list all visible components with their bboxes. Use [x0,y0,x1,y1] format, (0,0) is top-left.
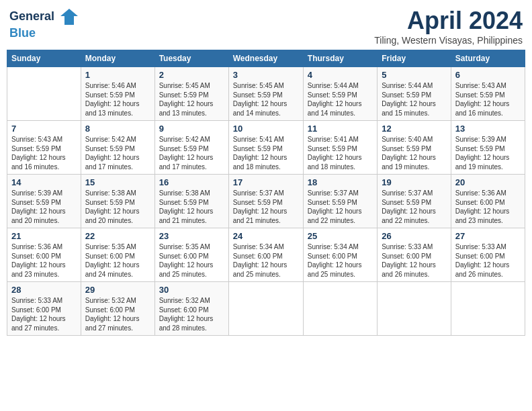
day-number: 27 [455,231,521,241]
calendar-table: SundayMondayTuesdayWednesdayThursdayFrid… [7,50,525,336]
calendar-cell: 22Sunrise: 5:35 AMSunset: 6:00 PMDayligh… [81,228,154,282]
day-number: 25 [308,231,373,241]
day-info: Sunrise: 5:34 AMSunset: 6:00 PMDaylight:… [233,242,299,279]
calendar-cell: 9Sunrise: 5:42 AMSunset: 5:59 PMDaylight… [154,121,228,175]
calendar-week-row: 7Sunrise: 5:43 AMSunset: 5:59 PMDaylight… [7,121,525,175]
logo-text: General Blue [9,7,79,40]
weekday-header: Wednesday [228,50,303,67]
day-info: Sunrise: 5:39 AMSunset: 5:59 PMDaylight:… [455,135,521,171]
day-number: 23 [159,231,224,241]
day-number: 14 [11,177,77,187]
day-number: 2 [159,70,224,80]
calendar-cell: 17Sunrise: 5:37 AMSunset: 5:59 PMDayligh… [228,175,303,228]
day-number: 19 [382,177,447,187]
calendar-week-row: 21Sunrise: 5:36 AMSunset: 6:00 PMDayligh… [7,228,525,282]
day-info: Sunrise: 5:43 AMSunset: 5:59 PMDaylight:… [455,81,521,118]
day-info: Sunrise: 5:42 AMSunset: 5:59 PMDaylight:… [159,135,224,171]
calendar-cell: 28Sunrise: 5:33 AMSunset: 6:00 PMDayligh… [7,282,81,336]
day-info: Sunrise: 5:37 AMSunset: 5:59 PMDaylight:… [382,189,447,225]
day-number: 24 [233,231,299,241]
calendar-header-row: SundayMondayTuesdayWednesdayThursdayFrid… [7,50,525,67]
day-info: Sunrise: 5:37 AMSunset: 5:59 PMDaylight:… [233,189,299,225]
weekday-header: Tuesday [154,50,228,67]
day-number: 4 [308,70,373,80]
calendar-cell: 7Sunrise: 5:43 AMSunset: 5:59 PMDaylight… [7,121,81,175]
weekday-header: Thursday [303,50,377,67]
weekday-header: Friday [378,50,451,67]
calendar-cell: 26Sunrise: 5:33 AMSunset: 6:00 PMDayligh… [378,228,451,282]
day-info: Sunrise: 5:42 AMSunset: 5:59 PMDaylight:… [85,135,150,171]
day-number: 20 [455,177,521,187]
day-number: 22 [85,231,150,241]
day-info: Sunrise: 5:43 AMSunset: 5:59 PMDaylight:… [11,135,77,171]
day-number: 7 [11,124,77,134]
day-number: 10 [233,124,299,134]
day-info: Sunrise: 5:33 AMSunset: 6:00 PMDaylight:… [455,242,521,279]
day-info: Sunrise: 5:35 AMSunset: 6:00 PMDaylight:… [85,242,150,279]
logo: General Blue [9,7,79,40]
svg-marker-0 [60,9,78,25]
day-number: 29 [85,285,150,295]
day-info: Sunrise: 5:35 AMSunset: 6:00 PMDaylight:… [159,242,224,279]
calendar-cell: 23Sunrise: 5:35 AMSunset: 6:00 PMDayligh… [154,228,228,282]
calendar-cell: 16Sunrise: 5:38 AMSunset: 5:59 PMDayligh… [154,175,228,228]
day-number: 13 [455,124,521,134]
month-title: April 2024 [374,7,523,35]
day-number: 1 [85,70,150,80]
calendar-cell: 6Sunrise: 5:43 AMSunset: 5:59 PMDaylight… [451,67,525,121]
day-info: Sunrise: 5:38 AMSunset: 5:59 PMDaylight:… [85,189,150,225]
calendar-cell: 27Sunrise: 5:33 AMSunset: 6:00 PMDayligh… [451,228,525,282]
day-number: 8 [85,124,150,134]
day-info: Sunrise: 5:33 AMSunset: 6:00 PMDaylight:… [11,296,77,332]
day-number: 17 [233,177,299,187]
calendar-cell: 30Sunrise: 5:32 AMSunset: 6:00 PMDayligh… [154,282,228,336]
calendar-week-row: 28Sunrise: 5:33 AMSunset: 6:00 PMDayligh… [7,282,525,336]
calendar-cell: 18Sunrise: 5:37 AMSunset: 5:59 PMDayligh… [303,175,377,228]
day-info: Sunrise: 5:37 AMSunset: 5:59 PMDaylight:… [308,189,373,225]
day-number: 21 [11,231,77,241]
day-number: 11 [308,124,373,134]
calendar-cell: 14Sunrise: 5:39 AMSunset: 5:59 PMDayligh… [7,175,81,228]
calendar-cell [378,282,451,336]
day-info: Sunrise: 5:41 AMSunset: 5:59 PMDaylight:… [308,135,373,171]
calendar-cell: 11Sunrise: 5:41 AMSunset: 5:59 PMDayligh… [303,121,377,175]
calendar-cell: 2Sunrise: 5:45 AMSunset: 5:59 PMDaylight… [154,67,228,121]
day-number: 5 [382,70,447,80]
calendar-cell: 10Sunrise: 5:41 AMSunset: 5:59 PMDayligh… [228,121,303,175]
day-number: 12 [382,124,447,134]
calendar-cell: 4Sunrise: 5:44 AMSunset: 5:59 PMDaylight… [303,67,377,121]
calendar-cell: 20Sunrise: 5:36 AMSunset: 6:00 PMDayligh… [451,175,525,228]
title-section: April 2024 Tiling, Western Visayas, Phil… [374,7,523,46]
day-info: Sunrise: 5:40 AMSunset: 5:59 PMDaylight:… [382,135,447,171]
calendar-cell [451,282,525,336]
day-info: Sunrise: 5:44 AMSunset: 5:59 PMDaylight:… [308,81,373,118]
day-number: 3 [233,70,299,80]
day-number: 26 [382,231,447,241]
calendar-cell: 1Sunrise: 5:46 AMSunset: 5:59 PMDaylight… [81,67,154,121]
day-info: Sunrise: 5:38 AMSunset: 5:59 PMDaylight:… [159,189,224,225]
calendar-cell: 21Sunrise: 5:36 AMSunset: 6:00 PMDayligh… [7,228,81,282]
day-info: Sunrise: 5:45 AMSunset: 5:59 PMDaylight:… [233,81,299,118]
day-info: Sunrise: 5:44 AMSunset: 5:59 PMDaylight:… [382,81,447,118]
calendar-cell: 19Sunrise: 5:37 AMSunset: 5:59 PMDayligh… [378,175,451,228]
calendar-cell: 25Sunrise: 5:34 AMSunset: 6:00 PMDayligh… [303,228,377,282]
calendar-cell [303,282,377,336]
day-info: Sunrise: 5:46 AMSunset: 5:59 PMDaylight:… [85,81,150,118]
day-number: 6 [455,70,521,80]
day-info: Sunrise: 5:36 AMSunset: 6:00 PMDaylight:… [11,242,77,279]
day-info: Sunrise: 5:45 AMSunset: 5:59 PMDaylight:… [159,81,224,118]
weekday-header: Monday [81,50,154,67]
day-number: 9 [159,124,224,134]
calendar-cell: 8Sunrise: 5:42 AMSunset: 5:59 PMDaylight… [81,121,154,175]
day-info: Sunrise: 5:33 AMSunset: 6:00 PMDaylight:… [382,242,447,279]
day-number: 18 [308,177,373,187]
calendar-cell: 15Sunrise: 5:38 AMSunset: 5:59 PMDayligh… [81,175,154,228]
day-number: 28 [11,285,77,295]
calendar-cell: 29Sunrise: 5:32 AMSunset: 6:00 PMDayligh… [81,282,154,336]
calendar-cell: 13Sunrise: 5:39 AMSunset: 5:59 PMDayligh… [451,121,525,175]
calendar-week-row: 14Sunrise: 5:39 AMSunset: 5:59 PMDayligh… [7,175,525,228]
calendar-week-row: 1Sunrise: 5:46 AMSunset: 5:59 PMDaylight… [7,67,525,121]
location-title: Tiling, Western Visayas, Philippines [374,35,523,46]
calendar-cell: 24Sunrise: 5:34 AMSunset: 6:00 PMDayligh… [228,228,303,282]
page-header: General Blue April 2024 Tiling, Western … [7,7,525,46]
